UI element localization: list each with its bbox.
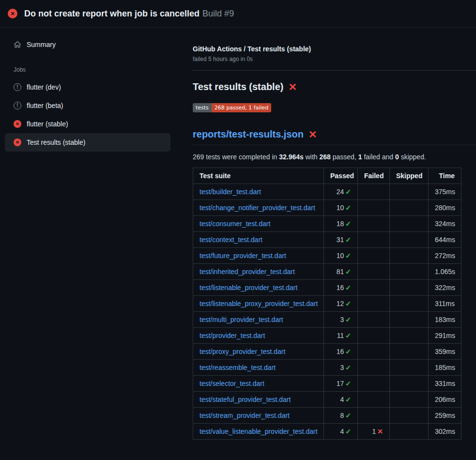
cross-icon: ✕: [377, 428, 383, 435]
sidebar: Summary Jobs !flutter (dev)!flutter (bet…: [0, 28, 177, 152]
time-value: 291ms: [435, 332, 455, 339]
table-row: test/provider_test.dart11✓291ms: [193, 328, 461, 344]
test-suite-link[interactable]: test/proxy_provider_test.dart: [200, 348, 285, 355]
divider: [193, 70, 476, 71]
check-icon: ✓: [345, 412, 351, 419]
time-value: 272ms: [435, 252, 455, 260]
sidebar-job-item[interactable]: !flutter (dev): [5, 78, 170, 96]
failed-icon: ✕: [288, 82, 297, 92]
test-suite-link[interactable]: test/listenable_provider_test.dart: [200, 284, 297, 291]
failed-icon: ✕: [308, 129, 317, 139]
build-number: Build #9: [202, 9, 234, 18]
summary-duration: 32.964s: [279, 153, 304, 161]
sidebar-job-item[interactable]: !flutter (beta): [5, 96, 170, 115]
check-icon: ✓: [345, 364, 351, 371]
summary-skipped-count: 0: [395, 153, 399, 161]
page-title: Do not create report when job is cancell…: [24, 9, 234, 19]
section-title-text: Test results (stable): [193, 81, 283, 92]
time-value: 302ms: [435, 428, 455, 435]
check-icon: ✓: [345, 380, 351, 387]
test-suite-link[interactable]: test/builder_test.dart: [200, 188, 261, 196]
failed-status-icon: ✕: [8, 9, 17, 18]
table-row: test/multi_provider_test.dart3✓183ms: [193, 312, 461, 328]
summary-part: skipped.: [399, 153, 426, 161]
check-icon: ✓: [345, 284, 351, 291]
check-icon: ✓: [345, 300, 351, 307]
passed-count: 12: [337, 300, 344, 307]
run-title: Do not create report when job is cancell…: [24, 9, 200, 18]
test-suite-link[interactable]: test/stateful_provider_test.dart: [200, 396, 291, 403]
check-icon: ✓: [345, 268, 351, 276]
sidebar-item-summary[interactable]: Summary: [5, 35, 170, 54]
table-row: test/change_notifier_provider_test.dart1…: [193, 200, 461, 216]
test-suite-link[interactable]: test/selector_test.dart: [200, 380, 264, 387]
failed-icon: ✕: [14, 138, 21, 146]
test-suite-link[interactable]: test/value_listenable_provider_test.dart: [200, 428, 318, 435]
check-icon: ✓: [345, 396, 351, 403]
main-content: GitHub Actions / Test results (stable) f…: [177, 28, 476, 440]
test-suite-link[interactable]: test/consumer_test.dart: [200, 220, 270, 228]
table-row: test/proxy_provider_test.dart16✓359ms: [193, 344, 461, 360]
summary-failed-count: 1: [358, 153, 362, 161]
warning-icon: !: [14, 102, 21, 109]
check-icon: ✓: [345, 332, 351, 339]
table-row: test/listenable_provider_test.dart16✓322…: [193, 280, 461, 296]
table-row: test/builder_test.dart24✓375ms: [193, 184, 461, 200]
results-table-body: test/builder_test.dart24✓375mstest/chang…: [193, 184, 461, 440]
passed-count: 18: [337, 220, 344, 228]
passed-count: 16: [337, 348, 344, 355]
column-header-failed: Failed: [358, 168, 390, 184]
test-suite-link[interactable]: test/multi_provider_test.dart: [200, 316, 283, 323]
column-header-time: Time: [429, 168, 461, 184]
passed-count: 16: [337, 284, 344, 291]
table-row: test/reassemble_test.dart3✓185ms: [193, 360, 461, 376]
job-label: flutter (stable): [27, 120, 68, 128]
test-suite-link[interactable]: test/change_notifier_provider_test.dart: [200, 204, 315, 212]
tests-badge: tests 268 passed, 1 failed: [193, 103, 271, 112]
table-row: test/value_listenable_provider_test.dart…: [193, 424, 461, 440]
table-row: test/consumer_test.dart18✓324ms: [193, 216, 461, 232]
check-icon: ✓: [345, 316, 351, 323]
table-header-row: Test suite Passed Failed Skipped Time: [193, 168, 461, 184]
report-file-link[interactable]: reports/test-results.json: [193, 129, 304, 140]
sidebar-job-item[interactable]: ✕flutter (stable): [5, 115, 170, 133]
check-icon: ✓: [345, 236, 351, 244]
summary-part: passed,: [331, 153, 358, 161]
table-row: test/stream_provider_test.dart8✓259ms: [193, 408, 461, 424]
table-row: test/listenable_proxy_provider_test.dart…: [193, 296, 461, 312]
test-suite-link[interactable]: test/reassemble_test.dart: [200, 364, 276, 371]
time-value: 311ms: [435, 300, 455, 307]
check-icon: ✓: [345, 188, 351, 196]
table-row: test/future_provider_test.dart10✓272ms: [193, 248, 461, 264]
time-value: 206ms: [435, 396, 455, 403]
table-row: test/selector_test.dart17✓331ms: [193, 376, 461, 392]
failed-icon: ✕: [14, 120, 21, 128]
time-value: 1.065s: [435, 268, 455, 276]
check-icon: ✓: [345, 428, 351, 435]
passed-count: 8: [340, 412, 344, 419]
test-suite-link[interactable]: test/future_provider_test.dart: [200, 252, 286, 260]
time-value: 280ms: [435, 204, 455, 212]
check-icon: ✓: [345, 348, 351, 355]
sidebar-job-item[interactable]: ✕Test results (stable): [5, 133, 170, 152]
test-suite-link[interactable]: test/inherited_provider_test.dart: [200, 268, 295, 276]
passed-count: 81: [337, 268, 344, 276]
summary-part: 269 tests were completed in: [193, 153, 279, 161]
home-icon: [14, 41, 21, 48]
passed-count: 3: [340, 364, 344, 371]
test-suite-link[interactable]: test/provider_test.dart: [200, 332, 265, 339]
test-suite-link[interactable]: test/stream_provider_test.dart: [200, 412, 290, 419]
time-value: 359ms: [435, 348, 455, 355]
table-row: test/context_test.dart31✓644ms: [193, 232, 461, 248]
failed-count: 1: [372, 428, 376, 435]
passed-count: 4: [340, 428, 344, 435]
jobs-list: !flutter (dev)!flutter (beta)✕flutter (s…: [5, 78, 170, 152]
table-row: test/inherited_provider_test.dart81✓1.06…: [193, 264, 461, 280]
test-suite-link[interactable]: test/listenable_proxy_provider_test.dart: [200, 300, 318, 307]
time-value: 322ms: [435, 284, 455, 291]
badge-label: tests: [193, 103, 212, 112]
time-value: 331ms: [435, 380, 455, 387]
test-suite-link[interactable]: test/context_test.dart: [200, 236, 262, 244]
job-label: Test results (stable): [27, 138, 85, 146]
time-value: 183ms: [435, 316, 455, 323]
